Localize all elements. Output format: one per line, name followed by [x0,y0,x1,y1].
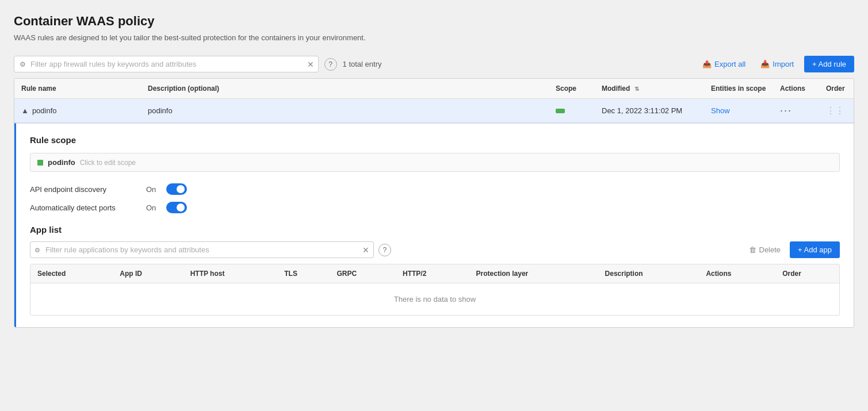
toggles-section: API endpoint discovery On Automatically … [30,183,840,213]
filter-input-wrap: ⚙ ✕ [14,56,319,72]
app-col-http2: HTTP/2 [396,264,469,283]
entities-show-link[interactable]: Show [711,106,730,115]
trash-icon: 🗑 [749,245,756,254]
rule-actions-cell: ··· [773,99,819,123]
col-order: Order [819,79,854,99]
app-filter-icon: ⚙ [35,246,40,253]
api-endpoint-toggle[interactable] [166,183,187,195]
clear-filter-button[interactable]: ✕ [307,60,314,68]
rules-table: Rule name Description (optional) Scope M… [14,79,854,327]
app-filter-help-button[interactable]: ? [378,244,391,256]
scope-indicator [556,109,565,113]
col-description: Description (optional) [141,79,549,99]
col-rule-name: Rule name [14,79,141,99]
drag-handle-icon[interactable]: ⋮⋮ [826,106,844,116]
col-actions: Actions [773,79,819,99]
api-endpoint-on-label: On [146,185,156,194]
rule-actions-dots[interactable]: ··· [780,105,792,116]
expand-icon[interactable]: ▲ [21,106,29,115]
col-entities: Entities in scope [704,79,773,99]
rules-table-container: Rule name Description (optional) Scope M… [14,78,854,328]
rule-description-cell: podinfo [141,99,549,123]
app-col-description: Description [598,264,699,283]
scope-edit-hint: Click to edit scope [80,159,136,167]
filter-help-button[interactable]: ? [324,58,337,71]
app-table: Selected App ID HTTP host TLS GRPC HTTP/… [30,264,839,315]
rule-filter-input[interactable] [14,56,319,72]
app-list-title: App list [30,225,840,235]
app-col-tls: TLS [277,264,330,283]
app-col-app-id: App ID [113,264,183,283]
no-data-row: There is no data to show [30,283,839,316]
add-rule-button[interactable]: + Add rule [804,56,854,72]
rule-modified-cell: Dec 1, 2022 3:11:02 PM [595,99,704,123]
main-toolbar: ⚙ ✕ ? 1 total entry 📤 Export all 📥 Impor… [14,56,854,72]
col-modified: Modified ⇅ [595,79,704,99]
app-col-actions: Actions [699,264,775,283]
table-row: ▲ podinfo podinfo Dec 1, 2022 3:11:02 PM… [14,99,854,123]
rule-entities-cell: Show [704,99,773,123]
app-col-grpc: GRPC [330,264,396,283]
app-col-protection: Protection layer [469,264,598,283]
auto-detect-ports-slider [166,202,187,213]
rule-name-text: podinfo [32,106,57,115]
page-subtitle: WAAS rules are designed to let you tailo… [14,33,854,42]
auto-detect-ports-on-label: On [146,203,156,212]
scope-box[interactable]: podinfo Click to edit scope [30,153,840,172]
expanded-rule-row: Rule scope podinfo Click to edit scope A… [14,123,854,328]
app-col-selected: Selected [30,264,113,283]
import-icon: 📥 [760,60,770,68]
entry-count: 1 total entry [343,60,382,68]
auto-detect-ports-toggle-row: Automatically detect ports On [30,202,840,213]
rule-name-cell: ▲ podinfo [14,99,141,123]
filter-icon: ⚙ [20,60,26,68]
auto-detect-ports-toggle[interactable] [166,202,187,213]
app-filter-input-wrap: ⚙ ✕ [30,241,374,258]
rule-order-cell: ⋮⋮ [819,99,854,123]
add-app-button[interactable]: + Add app [790,241,840,258]
page-title: Container WAAS policy [14,14,854,29]
app-col-order: Order [775,264,839,283]
rule-scope-cell [549,99,595,123]
col-scope: Scope [549,79,595,99]
scope-name-text: podinfo [48,158,75,167]
app-filter-bar: ⚙ ✕ ? 🗑 Delete [30,241,840,258]
expanded-cell: Rule scope podinfo Click to edit scope A… [14,123,854,328]
app-filter-input[interactable] [30,241,374,258]
export-all-button[interactable]: 📤 Export all [698,57,750,71]
sort-icon: ⇅ [634,86,639,92]
export-icon: 📤 [702,60,712,68]
api-endpoint-toggle-row: API endpoint discovery On [30,183,840,195]
app-col-http-host: HTTP host [183,264,278,283]
api-endpoint-slider [166,183,187,195]
expanded-content: Rule scope podinfo Click to edit scope A… [14,123,854,327]
no-data-cell: There is no data to show [30,283,839,316]
rule-scope-title: Rule scope [30,135,840,145]
import-button[interactable]: 📥 Import [756,57,798,71]
delete-button[interactable]: 🗑 Delete [744,243,786,257]
scope-dot [37,160,43,166]
api-endpoint-label: API endpoint discovery [30,185,139,194]
clear-app-filter-button[interactable]: ✕ [362,246,369,254]
app-table-wrap: Selected App ID HTTP host TLS GRPC HTTP/… [30,264,840,316]
auto-detect-ports-label: Automatically detect ports [30,203,139,212]
